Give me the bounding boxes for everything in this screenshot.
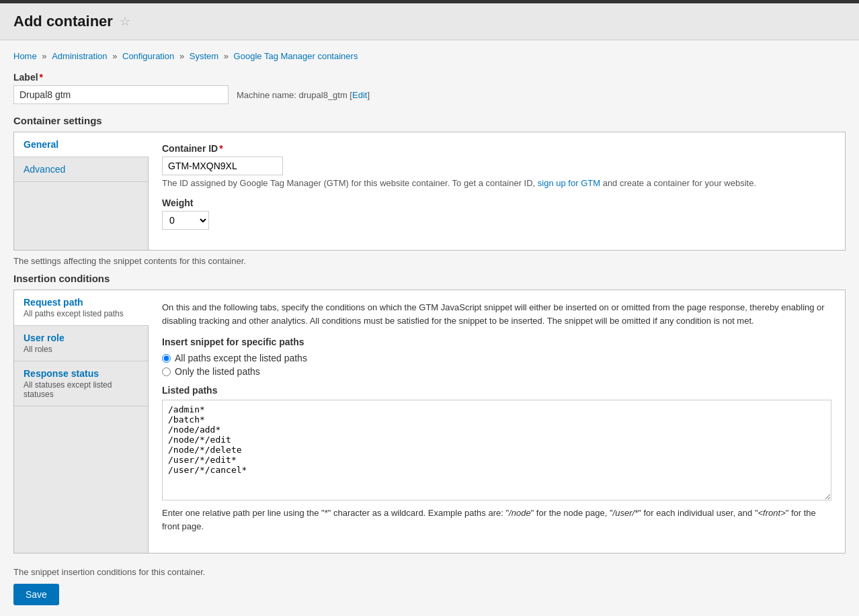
tab-general[interactable]: General — [14, 132, 149, 157]
container-id-input[interactable] — [162, 157, 283, 175]
radio-all-except-input[interactable] — [162, 354, 171, 363]
insertion-conditions-title: Insertion conditions — [13, 273, 846, 284]
radio-only-listed-label: Only the listed paths — [175, 366, 260, 377]
listed-paths-label: Listed paths — [162, 385, 831, 396]
container-settings-tabs: General Advanced — [14, 132, 149, 250]
weight-select[interactable]: 0 1 2 -1 -2 — [162, 211, 209, 230]
save-button[interactable]: Save — [13, 584, 59, 605]
insertion-conditions-panel: Request path All paths except listed pat… — [13, 290, 846, 554]
container-id-hint: The ID assigned by Google Tag Manager (G… — [162, 178, 831, 188]
insertion-tabs: Request path All paths except listed pat… — [14, 290, 149, 553]
label-field-label: Label* — [13, 72, 846, 83]
radio-all-except: All paths except the listed paths — [162, 353, 831, 363]
machine-name-display: Machine name: drupal8_gtm [Edit] — [237, 90, 370, 100]
breadcrumb-home[interactable]: Home — [13, 51, 37, 61]
breadcrumb: Home » Administration » Configuration » … — [13, 51, 846, 61]
label-input[interactable] — [13, 85, 229, 104]
radio-only-listed: Only the listed paths — [162, 366, 831, 377]
container-settings-title: Container settings — [13, 115, 846, 126]
tab-user-role[interactable]: User role All roles — [14, 326, 148, 361]
weight-label: Weight — [162, 197, 831, 208]
container-settings-content: Container ID* The ID assigned by Google … — [149, 132, 845, 250]
breadcrumb-configuration[interactable]: Configuration — [122, 51, 174, 61]
insert-snippet-group: Insert snippet for specific paths All pa… — [162, 337, 831, 377]
insertion-info-text: On this and the following tabs, specify … — [162, 301, 831, 327]
breadcrumb-system[interactable]: System — [190, 51, 218, 61]
tab-response-status[interactable]: Response status All statuses except list… — [14, 361, 148, 406]
paths-hint: Enter one relative path per line using t… — [162, 507, 831, 533]
favorite-icon[interactable]: ☆ — [120, 14, 130, 29]
container-id-label: Container ID* — [162, 143, 831, 154]
listed-paths-field: Listed paths /admin* /batch* /node/add* … — [162, 385, 831, 533]
insert-snippet-label: Insert snippet for specific paths — [162, 337, 831, 347]
listed-paths-textarea[interactable]: /admin* /batch* /node/add* /node/*/edit … — [162, 400, 831, 500]
sign-up-gtm-link[interactable]: sign up for GTM — [538, 178, 600, 188]
tab-request-path[interactable]: Request path All paths except listed pat… — [14, 290, 149, 326]
machine-name-edit-link[interactable]: Edit — [352, 90, 367, 100]
breadcrumb-administration[interactable]: Administration — [52, 51, 107, 61]
insertion-content: On this and the following tabs, specify … — [149, 290, 845, 553]
page-title: Add container — [13, 13, 113, 30]
form-footer: The snippet insertion conditions for thi… — [13, 562, 846, 611]
breadcrumb-gtm-containers[interactable]: Google Tag Manager containers — [234, 51, 358, 61]
radio-only-listed-input[interactable] — [162, 367, 171, 376]
container-settings-note: The settings affecting the snippet conte… — [13, 256, 846, 266]
radio-all-except-label: All paths except the listed paths — [175, 353, 307, 363]
insertion-note: The snippet insertion conditions for thi… — [13, 567, 846, 577]
tab-advanced[interactable]: Advanced — [14, 157, 148, 182]
container-settings-panel: General Advanced Container ID* The ID as… — [13, 132, 846, 251]
